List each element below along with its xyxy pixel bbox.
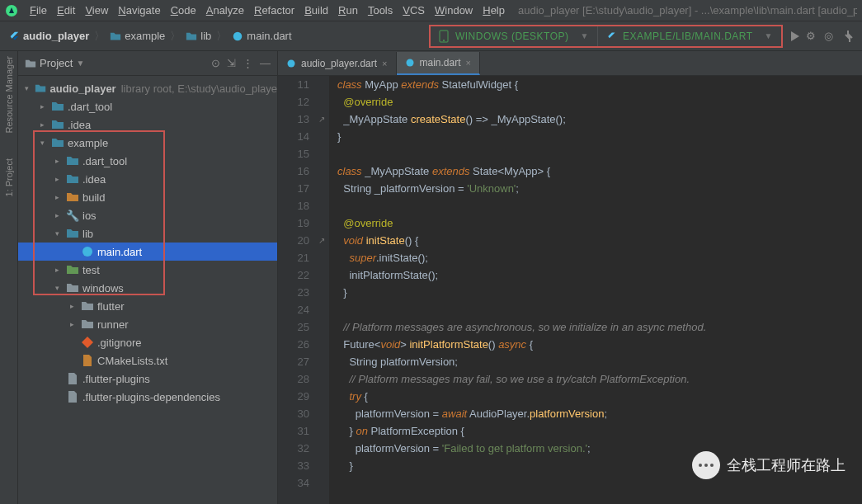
tree-item-flutter[interactable]: ▸flutter — [18, 297, 277, 315]
breadcrumb-sep: 〉 — [94, 29, 105, 44]
breadcrumb-lib[interactable]: lib — [200, 30, 211, 42]
config-label: EXAMPLE/LIB/MAIN.DART — [623, 31, 753, 42]
menu-vcs[interactable]: VCS — [398, 4, 430, 16]
tree-item-CMakeLists-txt[interactable]: CMakeLists.txt — [18, 351, 277, 370]
rail-resource-manager[interactable]: Resource Manager — [4, 56, 14, 134]
folder-icon — [110, 31, 121, 42]
code-view[interactable]: class MyApp extends StatefulWidget { @ov… — [329, 76, 862, 504]
window-title: audio_player [E:\study\audio_player] - .… — [518, 4, 857, 16]
project-tree: ▾ audio_player library root, E:\study\au… — [18, 76, 277, 504]
folder-teal-icon — [51, 118, 64, 131]
hide-icon[interactable]: — — [260, 57, 271, 69]
android-studio-logo-icon — [5, 4, 18, 17]
flutter-icon — [606, 31, 616, 42]
tree-item--flutter-plugins[interactable]: .flutter-plugins — [18, 370, 277, 388]
folder-gray-icon — [81, 318, 94, 331]
profile-icon[interactable]: ◎ — [824, 30, 837, 43]
project-view-icon — [25, 58, 36, 69]
file-g-icon — [66, 390, 79, 403]
project-title[interactable]: Project — [40, 57, 73, 69]
toolbar: audio_player 〉 example 〉 lib 〉 main.dart… — [0, 21, 862, 51]
breadcrumb: audio_player 〉 example 〉 lib 〉 main.dart — [8, 29, 292, 44]
expand-icon[interactable]: ▸ — [66, 320, 78, 328]
line-gutter: 1112131415161718192021222324252627282930… — [278, 76, 314, 504]
device-label: WINDOWS (DESKTOP) — [455, 31, 569, 42]
file-g-icon — [66, 372, 79, 385]
project-panel: Project ▼ ⊙ ⇲ ⋮ — ▾ audio_player library… — [18, 51, 278, 504]
editor-tabs: audio_player.dart×main.dart× — [278, 51, 862, 76]
menu-tools[interactable]: Tools — [363, 4, 398, 16]
settings-icon[interactable]: ⋮ — [243, 57, 253, 69]
watermark: 全栈工程师在路上 — [692, 451, 846, 479]
menu-help[interactable]: Help — [478, 4, 510, 16]
tree-item-runner[interactable]: ▸runner — [18, 315, 277, 333]
svg-point-5 — [288, 60, 295, 68]
chevron-down-icon[interactable]: ▼ — [76, 59, 84, 68]
watermark-text: 全栈工程师在路上 — [727, 455, 846, 475]
expand-icon[interactable]: ▾ — [21, 84, 31, 92]
menu-build[interactable]: Build — [299, 4, 333, 16]
folder-icon — [186, 31, 197, 42]
svg-point-1 — [233, 31, 243, 40]
editor-area: audio_player.dart×main.dart× 11121314151… — [278, 51, 862, 504]
breadcrumb-example[interactable]: example — [125, 30, 165, 42]
dart-file-icon — [232, 31, 243, 42]
run-icon[interactable] — [788, 30, 801, 43]
file-icon — [81, 354, 94, 367]
tree-root[interactable]: ▾ audio_player library root, E:\study\au… — [18, 79, 277, 97]
menu-file[interactable]: File — [25, 4, 52, 16]
debug-icon[interactable]: ⚙ — [806, 30, 819, 43]
collapse-icon[interactable]: ⇲ — [227, 57, 236, 69]
gutter-marks: ↗↗ — [314, 76, 329, 504]
svg-point-3 — [443, 40, 445, 41]
menubar: FileEditViewNavigateCodeAnalyzeRefactorB… — [0, 0, 862, 21]
editor-body[interactable]: 1112131415161718192021222324252627282930… — [278, 76, 862, 504]
menu-run[interactable]: Run — [333, 4, 363, 16]
close-icon[interactable]: × — [466, 58, 471, 68]
chevron-down-icon: ▼ — [765, 31, 773, 40]
breadcrumb-root[interactable]: audio_player — [23, 30, 89, 42]
rail-project[interactable]: 1: Project — [4, 158, 14, 196]
phone-icon — [439, 30, 449, 43]
run-config-highlight: WINDOWS (DESKTOP) ▼ EXAMPLE/LIB/MAIN.DAR… — [429, 25, 783, 48]
close-icon[interactable]: × — [382, 59, 387, 68]
expand-icon[interactable]: ▸ — [36, 102, 48, 111]
tab-main-dart[interactable]: main.dart× — [397, 52, 480, 75]
tree-item--dart_tool[interactable]: ▸.dart_tool — [18, 97, 277, 115]
chevron-down-icon: ▼ — [581, 31, 589, 40]
tree-item--flutter-plugins-dependencies[interactable]: .flutter-plugins-dependencies — [18, 388, 277, 406]
folder-gray-icon — [81, 299, 94, 313]
breadcrumb-file[interactable]: main.dart — [247, 30, 291, 42]
chat-bubble-icon — [692, 451, 720, 479]
menu-window[interactable]: Window — [430, 4, 478, 16]
menu-analyze[interactable]: Analyze — [201, 4, 249, 16]
menu-navigate[interactable]: Navigate — [113, 4, 165, 16]
project-header: Project ▼ ⊙ ⇲ ⋮ — — [18, 51, 277, 76]
tool-rail-left: Resource Manager 1: Project — [0, 51, 18, 504]
tree-item--gitignore[interactable]: .gitignore — [18, 333, 277, 351]
menu-edit[interactable]: Edit — [52, 4, 80, 16]
run-config-selector[interactable]: EXAMPLE/LIB/MAIN.DART ▼ — [597, 26, 781, 46]
flutter-icon — [8, 31, 20, 42]
expand-icon[interactable]: ▸ — [66, 302, 78, 310]
device-selector[interactable]: WINDOWS (DESKTOP) ▼ — [431, 26, 597, 46]
highlight-box — [33, 130, 165, 295]
menu-code[interactable]: Code — [166, 4, 201, 16]
menu-view[interactable]: View — [80, 4, 113, 16]
git-icon — [81, 336, 94, 349]
folder-icon — [35, 82, 46, 95]
menu-refactor[interactable]: Refactor — [249, 4, 299, 16]
svg-point-6 — [406, 59, 413, 67]
tab-audio_player-dart[interactable]: audio_player.dart× — [278, 52, 397, 75]
target-icon[interactable]: ⊙ — [211, 57, 220, 69]
folder-teal-icon — [51, 100, 64, 113]
hot-reload-icon[interactable] — [842, 30, 855, 43]
expand-icon[interactable]: ▸ — [36, 120, 48, 129]
